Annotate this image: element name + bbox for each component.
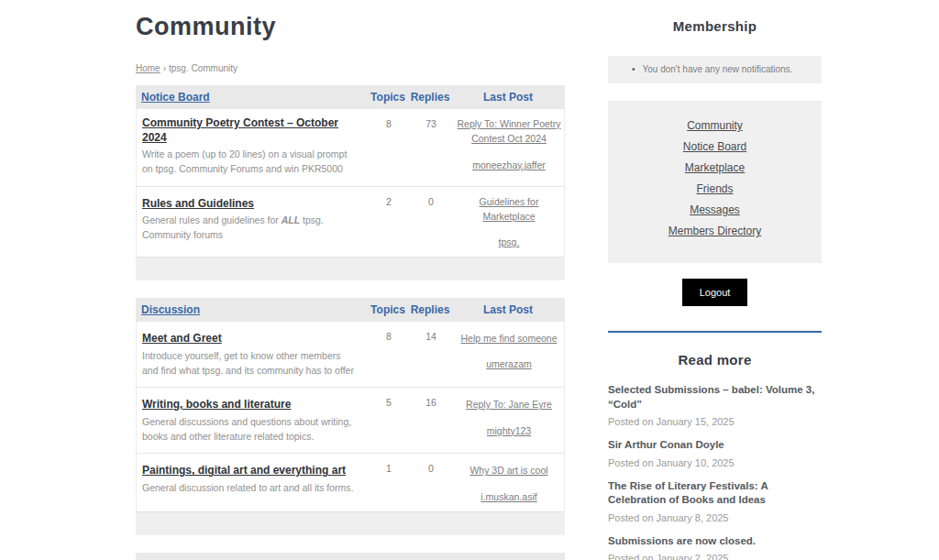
forum-row: Writing, books and literature General di… xyxy=(137,387,564,453)
breadcrumb-separator: › xyxy=(163,63,166,73)
forum-info-cell: Community Poetry Contest – October 2024 … xyxy=(137,116,368,177)
section-title-link[interactable]: Discussion xyxy=(136,303,367,316)
sidebar-link-community[interactable]: Community xyxy=(608,119,822,132)
last-post-link[interactable]: Help me find someone xyxy=(460,331,557,346)
last-post-cell: Why 3D art is cool i.muskan.asif xyxy=(452,461,566,501)
forum-title-link[interactable]: Community Poetry Contest – October 2024 xyxy=(142,116,355,145)
column-header-last-post: Last Post xyxy=(451,91,565,104)
section-header: Notice Board Topics Replies Last Post xyxy=(136,85,565,109)
last-post-cell: Reply To: Jane Eyre mighty123 xyxy=(452,395,566,444)
breadcrumb-home-link[interactable]: Home xyxy=(136,63,160,73)
post-title-link[interactable]: The Rise of Literary Festivals: A Celebr… xyxy=(608,479,822,508)
replies-count: 0 xyxy=(410,194,452,248)
sidebar: Membership •You don't have any new notif… xyxy=(608,0,822,560)
forum-title-link[interactable]: Writing, books and literature xyxy=(142,398,291,412)
forum-row: Rules and Guidelines General rules and g… xyxy=(137,186,564,258)
forum-title-link[interactable]: Rules and Guidelines xyxy=(142,197,254,212)
post-title-link[interactable]: Sir Arthur Conan Doyle xyxy=(608,438,822,453)
forum-info-cell: Paintings, digital art and everything ar… xyxy=(137,461,368,501)
forum-description: General discussion related to art and al… xyxy=(142,481,355,496)
forum-description: Write a poem (up to 20 lines) on a visua… xyxy=(142,148,355,177)
section-body: Meet and Greet Introduce yourself, get t… xyxy=(136,322,565,511)
section-header: Discussion Topics Replies Last Post xyxy=(136,298,565,322)
forum-description: General rules and guidelines for ALL tps… xyxy=(142,214,355,243)
forum-description-text: General rules and guidelines for xyxy=(142,214,282,225)
forum-info-cell: Meet and Greet Introduce yourself, get t… xyxy=(137,329,368,378)
read-more-list: Selected Submissions – babel: Volume 3, … xyxy=(608,383,822,560)
replies-count: 73 xyxy=(410,116,452,177)
column-header-topics: Topics xyxy=(367,91,409,104)
topics-count: 1 xyxy=(368,461,410,501)
last-post-link[interactable]: Reply To: Winner Poetry Contest Oct 2024 xyxy=(456,116,562,147)
page: Community Home›tpsg. Community Notice Bo… xyxy=(0,0,939,560)
forum-description: Introduce yourself, get to know other me… xyxy=(142,349,355,379)
replies-count: 0 xyxy=(410,461,452,501)
column-header-last-post: Last Post xyxy=(451,303,565,316)
sidebar-link-marketplace[interactable]: Marketplace xyxy=(608,161,822,174)
last-post-user-link[interactable]: mighty123 xyxy=(456,425,562,436)
last-post-user-link[interactable]: i.muskan.asif xyxy=(456,491,562,502)
forum-row: Community Poetry Contest – October 2024 … xyxy=(137,109,564,186)
post-title-link[interactable]: Submissions are now closed. xyxy=(608,534,822,549)
post-date: Posted on January 2, 2025 xyxy=(608,553,822,560)
replies-count: 14 xyxy=(410,329,452,378)
breadcrumb-current: tpsg. Community xyxy=(169,63,238,73)
last-post-link[interactable]: Guidelines for Marketplace xyxy=(456,194,562,225)
forum-description-emphasis: ALL xyxy=(282,214,300,225)
forum-section-notice-board: Notice Board Topics Replies Last Post Co… xyxy=(136,85,565,280)
last-post-user-link[interactable]: moneezhay.jaffer xyxy=(456,159,562,170)
forum-info-cell: Writing, books and literature General di… xyxy=(137,395,368,444)
last-post-cell: Help me find someone umerazam xyxy=(452,329,566,378)
sidebar-link-notice-board[interactable]: Notice Board xyxy=(608,140,822,153)
membership-nav: Community Notice Board Marketplace Frien… xyxy=(608,101,822,263)
sidebar-link-members-directory[interactable]: Members Directory xyxy=(608,225,822,237)
post-date: Posted on January 10, 2025 xyxy=(608,457,822,468)
last-post-cell: Reply To: Winner Poetry Contest Oct 2024… xyxy=(452,116,566,177)
breadcrumb: Home›tpsg. Community xyxy=(136,63,565,73)
forum-section-marketplace: Marketplace Topics Replies Last Post Boo… xyxy=(136,553,565,560)
forum-row: Paintings, digital art and everything ar… xyxy=(137,453,564,511)
section-footer xyxy=(136,257,565,280)
section-footer xyxy=(136,511,565,535)
sidebar-link-messages[interactable]: Messages xyxy=(608,203,822,216)
last-post-user-link[interactable]: tpsg. xyxy=(456,236,562,247)
sidebar-divider xyxy=(608,331,822,333)
section-title-link[interactable]: Notice Board xyxy=(136,91,367,104)
notification-text: You don't have any new notifications. xyxy=(643,64,793,74)
sidebar-link-friends[interactable]: Friends xyxy=(608,182,822,195)
page-title: Community xyxy=(136,13,565,41)
bullet-icon: • xyxy=(632,64,635,74)
column-header-replies: Replies xyxy=(409,91,451,104)
post-title-link[interactable]: Selected Submissions – babel: Volume 3, … xyxy=(608,383,822,412)
notifications-box: •You don't have any new notifications. xyxy=(608,56,822,83)
column-header-replies: Replies xyxy=(409,303,451,316)
last-post-user-link[interactable]: umerazam xyxy=(456,358,562,369)
section-body: Community Poetry Contest – October 2024 … xyxy=(136,109,565,257)
column-header-topics: Topics xyxy=(367,303,409,316)
last-post-link[interactable]: Reply To: Jane Eyre xyxy=(466,397,552,412)
read-more-title: Read more xyxy=(608,352,822,368)
forum-row: Meet and Greet Introduce yourself, get t… xyxy=(137,322,564,387)
last-post-cell: Guidelines for Marketplace tpsg. xyxy=(452,194,566,248)
section-header: Marketplace Topics Replies Last Post xyxy=(136,553,565,560)
main-content: Community Home›tpsg. Community Notice Bo… xyxy=(136,0,565,560)
topics-count: 8 xyxy=(368,329,410,378)
forum-section-discussion: Discussion Topics Replies Last Post Meet… xyxy=(136,298,565,534)
topics-count: 8 xyxy=(368,116,410,177)
membership-title: Membership xyxy=(608,18,822,34)
replies-count: 16 xyxy=(410,395,452,444)
forum-title-link[interactable]: Meet and Greet xyxy=(142,332,222,346)
post-date: Posted on January 15, 2025 xyxy=(608,416,822,427)
logout-button[interactable]: Logout xyxy=(682,279,748,306)
last-post-link[interactable]: Why 3D art is cool xyxy=(470,463,547,478)
forum-title-link[interactable]: Paintings, digital art and everything ar… xyxy=(142,464,346,478)
topics-count: 5 xyxy=(368,395,410,444)
topics-count: 2 xyxy=(368,194,410,248)
forum-info-cell: Rules and Guidelines General rules and g… xyxy=(137,194,368,248)
post-date: Posted on January 8, 2025 xyxy=(608,512,822,523)
forum-description: General discussions and questions about … xyxy=(142,415,355,445)
